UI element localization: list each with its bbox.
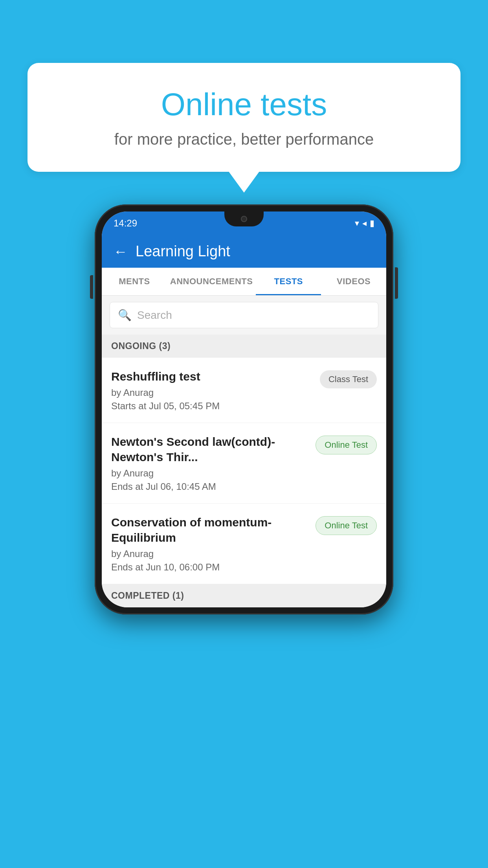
power-button (395, 267, 398, 299)
speech-bubble-container: Online tests for more practice, better p… (28, 63, 460, 193)
volume-button (90, 275, 93, 299)
tabs-bar: MENTS ANNOUNCEMENTS TESTS VIDEOS (102, 268, 386, 296)
test-time-3: Ends at Jun 10, 06:00 PM (111, 562, 309, 573)
phone-mockup: 14:29 ▾ ◂ ▮ ← Learning Light MENTS (95, 204, 393, 614)
test-name-3: Conservation of momentum-Equilibrium (111, 515, 309, 545)
test-item-reshuffling[interactable]: Reshuffling test by Anurag Starts at Jul… (102, 358, 386, 423)
completed-section-header: COMPLETED (1) (102, 584, 386, 607)
tab-tests[interactable]: TESTS (256, 268, 321, 295)
test-item-newton[interactable]: Newton's Second law(contd)-Newton's Thir… (102, 423, 386, 504)
test-by-2: by Anurag (111, 468, 309, 479)
app-title: Learning Light (136, 243, 230, 260)
signal-icon: ◂ (362, 218, 367, 228)
test-badge-3: Online Test (316, 516, 377, 535)
test-time-2: Ends at Jul 06, 10:45 AM (111, 481, 309, 492)
battery-icon: ▮ (370, 218, 374, 228)
test-name-2: Newton's Second law(contd)-Newton's Thir… (111, 434, 309, 465)
test-item-conservation[interactable]: Conservation of momentum-Equilibrium by … (102, 504, 386, 584)
app-header: ← Learning Light (102, 235, 386, 268)
bubble-tail (228, 171, 260, 193)
status-time: 14:29 (114, 218, 137, 229)
speech-bubble: Online tests for more practice, better p… (28, 63, 460, 172)
phone-screen: 14:29 ▾ ◂ ▮ ← Learning Light MENTS (102, 211, 386, 607)
test-name-1: Reshuffling test (111, 369, 314, 384)
bubble-title: Online tests (59, 86, 429, 123)
tab-ments[interactable]: MENTS (102, 268, 167, 295)
phone-outer: 14:29 ▾ ◂ ▮ ← Learning Light MENTS (95, 204, 393, 614)
wifi-icon: ▾ (355, 218, 359, 228)
search-bar[interactable]: 🔍 Search (110, 302, 378, 328)
test-badge-1: Class Test (320, 370, 377, 388)
tab-videos[interactable]: VIDEOS (321, 268, 386, 295)
test-info-2: Newton's Second law(contd)-Newton's Thir… (111, 434, 309, 492)
search-input[interactable]: Search (137, 309, 172, 322)
test-list: Reshuffling test by Anurag Starts at Jul… (102, 358, 386, 584)
test-info-1: Reshuffling test by Anurag Starts at Jul… (111, 369, 314, 412)
test-time-1: Starts at Jul 05, 05:45 PM (111, 401, 314, 412)
notch (224, 211, 264, 226)
status-icons: ▾ ◂ ▮ (355, 218, 374, 228)
ongoing-section-header: ONGOING (3) (102, 335, 386, 358)
test-badge-2: Online Test (316, 436, 377, 454)
bubble-subtitle: for more practice, better performance (59, 131, 429, 148)
status-bar: 14:29 ▾ ◂ ▮ (102, 211, 386, 235)
search-wrapper: 🔍 Search (102, 296, 386, 335)
back-button[interactable]: ← (114, 243, 128, 260)
search-icon: 🔍 (118, 309, 132, 322)
test-info-3: Conservation of momentum-Equilibrium by … (111, 515, 309, 573)
test-by-1: by Anurag (111, 387, 314, 398)
camera (241, 216, 247, 222)
test-by-3: by Anurag (111, 548, 309, 559)
tab-announcements[interactable]: ANNOUNCEMENTS (167, 268, 256, 295)
